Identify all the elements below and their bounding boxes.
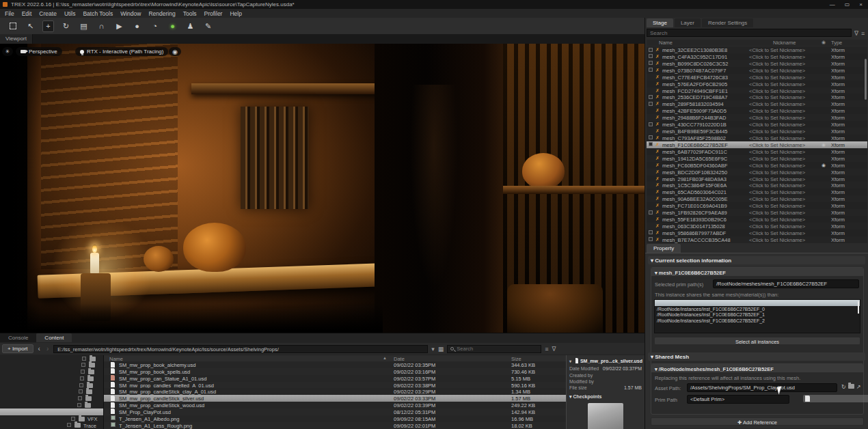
snap-tool-icon[interactable]: ▤: [78, 20, 90, 32]
stage-mesh-row[interactable]: ✗mesh_90A6BEE32A0C005E<Click to Set Nick…: [647, 195, 867, 202]
checkpoint-thumbnail[interactable]: [588, 403, 623, 429]
prim-path-value[interactable]: /RootNode/meshes/mesh_F1C0E6B6C27B52EF: [713, 279, 859, 288]
visibility-eye-icon[interactable]: ◉: [822, 142, 826, 148]
stage-mesh-row[interactable]: ✗mesh_42BFE5909F73A0D5<Click to Set Nick…: [647, 107, 867, 114]
file-row[interactable]: SM_mw_prop_can_Statue_A1_01.usd09/02/22 …: [104, 375, 566, 382]
menu-item-profiler[interactable]: Profiler: [204, 10, 223, 17]
nickname-placeholder[interactable]: <Click to Set Nickname>: [749, 217, 805, 223]
stage-mesh-row[interactable]: ✗mesh_430CC77910220D1B<Click to Set Nick…: [647, 121, 867, 128]
nickname-placeholder[interactable]: <Click to Set Nickname>: [749, 203, 805, 209]
import-button[interactable]: + Import: [2, 344, 33, 353]
stage-mesh-row[interactable]: ✗mesh_29488B6F244B3FAD<Click to Set Nick…: [647, 114, 867, 121]
stage-mesh-row[interactable]: ✗mesh_BDC2D0F10B324250<Click to Set Nick…: [647, 169, 867, 176]
expander-icon[interactable]: [649, 48, 653, 52]
camera-mode-button[interactable]: Perspective: [16, 47, 62, 56]
content-filter-icon[interactable]: ∇: [552, 346, 556, 352]
stage-mesh-row[interactable]: ✗mesh_32CEE2C13080B3E8<Click to Set Nick…: [647, 46, 867, 53]
tab-property[interactable]: Property: [647, 244, 681, 253]
move-tool-icon[interactable]: +: [42, 20, 54, 32]
expander-icon[interactable]: [649, 135, 653, 139]
stage-mesh-row[interactable]: ✗mesh_6AB77029FADC911C<Click to Set Nick…: [647, 148, 867, 155]
nickname-placeholder[interactable]: <Click to Set Nickname>: [749, 47, 805, 53]
tab-layer[interactable]: Layer: [675, 18, 701, 27]
stage-mesh-row[interactable]: ✗mesh_289F581832034594<Click to Set Nick…: [647, 100, 867, 107]
nickname-placeholder[interactable]: <Click to Set Nickname>: [749, 74, 805, 81]
nickname-placeholder[interactable]: <Click to Set Nickname>: [749, 115, 805, 121]
render-ready-indicator-icon[interactable]: ●: [167, 20, 178, 32]
expander-icon[interactable]: [649, 54, 653, 58]
minimize-button[interactable]: —: [830, 1, 835, 8]
mesh-group-header[interactable]: ▾ mesh_F1C0E6B6C27B52EF: [651, 268, 863, 276]
menu-item-rendering[interactable]: Rendering: [148, 10, 175, 17]
expander-icon[interactable]: [79, 383, 83, 387]
nickname-placeholder[interactable]: <Click to Set Nickname>: [749, 163, 805, 169]
viewport-settings-button[interactable]: ✳: [2, 47, 13, 56]
column-eye-icon[interactable]: ◉: [822, 40, 826, 45]
file-row[interactable]: SM_mw_prop_candleStick_silver.usd09/02/2…: [104, 395, 566, 402]
filter-icon[interactable]: ∇: [854, 30, 858, 37]
file-row[interactable]: SM_mw_prop_candles_melted_A_01.usd09/02/…: [104, 382, 566, 389]
menu-item-edit[interactable]: Edit: [22, 10, 32, 17]
nickname-placeholder[interactable]: <Click to Set Nickname>: [749, 101, 805, 107]
file-row[interactable]: SM_mw_prop_book_alchemy.usd09/02/22 03:3…: [104, 361, 566, 368]
folder-browse-icon[interactable]: [848, 384, 854, 389]
tab-stage[interactable]: Stage: [647, 18, 673, 27]
asset-path-field[interactable]: /Assets/ShelvingProps/SM_Prop_ClayPot.us…: [687, 383, 837, 392]
stage-mesh-row[interactable]: ✗mesh_2981FB03F48DA9A3<Click to Set Nick…: [647, 176, 867, 182]
column-type[interactable]: Type: [831, 40, 842, 46]
nickname-placeholder[interactable]: <Click to Set Nickname>: [749, 156, 805, 162]
nickname-placeholder[interactable]: <Click to Set Nickname>: [749, 169, 805, 176]
nickname-placeholder[interactable]: <Click to Set Nickname>: [749, 88, 805, 94]
expander-icon[interactable]: [649, 61, 653, 65]
teleport-tool-icon[interactable]: ♟: [185, 20, 196, 32]
sort-ascending-icon[interactable]: ▲: [383, 356, 387, 360]
expander-icon[interactable]: [78, 396, 82, 400]
stop-button-icon[interactable]: ●: [131, 20, 143, 32]
tree-folder-row[interactable]: [0, 355, 103, 362]
stage-mesh-row[interactable]: ✗mesh_C4FA32C952C17D91<Click to Set Nick…: [647, 53, 867, 60]
expander-icon[interactable]: [649, 102, 653, 106]
thumbnail-toggle-icon[interactable]: ▦: [438, 346, 444, 352]
column-nickname[interactable]: Nickname: [773, 40, 796, 46]
nickname-placeholder[interactable]: <Click to Set Nickname>: [749, 61, 805, 67]
nickname-placeholder[interactable]: <Click to Set Nickname>: [749, 142, 805, 148]
file-row[interactable]: T_Jensen_A1_Less_Rough.png09/09/22 02:01…: [104, 422, 566, 429]
stage-search-input[interactable]: Search: [647, 29, 852, 37]
stage-mesh-row[interactable]: ✗mesh_063C3D0147135028<Click to Set Nick…: [647, 223, 867, 230]
menu-item-help[interactable]: Help: [230, 10, 241, 17]
instance-row[interactable]: /RootNode/instances/inst_F1C0E6B6C27B52E…: [655, 306, 860, 312]
tree-folder-row-vfx[interactable]: VFX: [0, 415, 103, 422]
content-menu-icon[interactable]: ≡: [545, 346, 548, 352]
tree-folder-row-trace[interactable]: Trace: [0, 422, 103, 429]
menu-icon[interactable]: ≡: [861, 30, 865, 37]
prim-path2-field[interactable]: <Default Prim>: [687, 395, 789, 404]
tree-folder-row[interactable]: [0, 375, 103, 382]
visibility-eye-icon[interactable]: ◉: [822, 163, 826, 168]
file-row[interactable]: SM_mw_prop_candleStick_wood.usd09/02/22 …: [104, 402, 566, 409]
menu-item-file[interactable]: File: [5, 10, 14, 17]
play-button-icon[interactable]: ▶: [113, 20, 125, 32]
nickname-placeholder[interactable]: <Click to Set Nickname>: [749, 149, 805, 155]
nickname-placeholder[interactable]: <Click to Set Nickname>: [749, 210, 805, 216]
checkpoints-header[interactable]: ▾ Checkpoints: [567, 391, 645, 401]
select-all-instances-button[interactable]: Select all instances: [654, 337, 860, 345]
nickname-placeholder[interactable]: <Click to Set Nickname>: [749, 176, 805, 182]
menu-item-window[interactable]: Window: [120, 10, 141, 17]
nickname-placeholder[interactable]: <Click to Set Nickname>: [749, 54, 805, 60]
stage-mesh-row[interactable]: ✗mesh_FC71E01C69A041B9<Click to Set Nick…: [647, 202, 867, 209]
expander-icon[interactable]: [71, 417, 75, 421]
tab-viewport[interactable]: Viewport: [0, 34, 33, 44]
tree-folder-row-selected[interactable]: [0, 409, 103, 415]
instance-row[interactable]: /RootNode/instances/inst_F1C0E6B6C27B52E…: [655, 312, 860, 318]
expander-icon[interactable]: [77, 403, 81, 407]
select-tool-icon[interactable]: ↖: [25, 20, 36, 32]
nickname-placeholder[interactable]: <Click to Set Nickname>: [749, 223, 805, 230]
stage-mesh-row[interactable]: ✗mesh_1FB92826CF9AEA89<Click to Set Nick…: [647, 209, 867, 216]
instance-row-selected[interactable]: [655, 300, 860, 306]
file-row[interactable]: T_Jensen_A1_Albedo.png09/09/22 08:15AM16…: [104, 415, 566, 422]
expander-icon[interactable]: [67, 423, 71, 427]
column-name[interactable]: Name: [659, 40, 673, 46]
back-arrow[interactable]: ‹: [37, 345, 42, 352]
nickname-placeholder[interactable]: <Click to Set Nickname>: [749, 237, 805, 243]
stage-mesh-row[interactable]: ✗mesh_1C5C3864F15F0E6A<Click to Set Nick…: [647, 182, 867, 189]
